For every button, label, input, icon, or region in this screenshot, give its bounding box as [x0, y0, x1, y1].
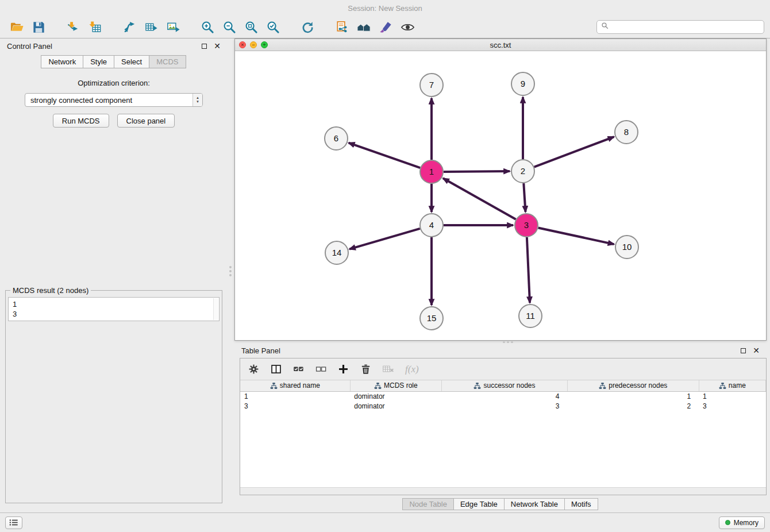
close-panel-icon[interactable]: ✕	[753, 346, 760, 354]
tab-style[interactable]: Style	[83, 55, 114, 68]
result-scrollbar[interactable]	[213, 298, 218, 320]
column-header-MCDS-role[interactable]: MCDS role	[350, 380, 441, 391]
graph-edge-2-3[interactable]	[523, 183, 525, 212]
control-panel-header: Control Panel ✕	[0, 38, 228, 53]
search-field[interactable]	[596, 20, 764, 34]
graph-edge-3-1[interactable]	[443, 178, 516, 219]
graph-edge-1-2[interactable]	[444, 171, 510, 172]
function-builder-icon[interactable]: f(x)	[403, 364, 421, 375]
column-type-icon	[473, 382, 481, 390]
graph-node-2[interactable]: 2	[511, 160, 534, 183]
zoom-fit-icon[interactable]	[240, 18, 262, 36]
splitter-handle-icon[interactable]	[229, 266, 232, 276]
optimization-select[interactable]: strongly connected component ▲▼	[25, 93, 203, 107]
control-panel: Control Panel ✕ NetworkStyleSelectMCDS O…	[0, 38, 228, 512]
network-graph[interactable]: 7968124314101511	[235, 51, 766, 340]
graph-edge-2-8[interactable]	[534, 137, 614, 167]
main-area: Control Panel ✕ NetworkStyleSelectMCDS O…	[0, 38, 770, 512]
status-menu-button[interactable]	[5, 516, 22, 529]
zoom-out-icon[interactable]	[218, 18, 240, 36]
search-input[interactable]	[611, 23, 760, 32]
tab-select[interactable]: Select	[114, 55, 149, 68]
table-row[interactable]: 3dominator323	[240, 401, 766, 411]
list-icon	[9, 519, 18, 526]
column-header-predecessor-nodes[interactable]: predecessor nodes	[567, 380, 699, 391]
graph-edge-4-14[interactable]	[349, 229, 420, 249]
panel-splitter[interactable]	[228, 38, 234, 512]
minimize-window-icon[interactable]: −	[250, 41, 257, 48]
graph-edge-3-11[interactable]	[527, 237, 530, 303]
graph-edge-1-6[interactable]	[349, 143, 421, 168]
save-session-icon[interactable]	[28, 18, 49, 36]
select-all-rows-icon[interactable]	[291, 362, 306, 377]
table-cell: 1	[699, 391, 765, 401]
float-panel-icon[interactable]	[741, 348, 746, 353]
home-icon[interactable]	[353, 18, 375, 36]
table-cell: 3	[442, 401, 568, 411]
run-mcds-button[interactable]: Run MCDS	[53, 114, 109, 128]
graph-node-9[interactable]: 9	[511, 72, 534, 95]
window-title: Session: New Session	[348, 4, 422, 13]
toolbar-group	[118, 18, 184, 36]
column-header-name[interactable]: name	[699, 380, 765, 391]
graph-edge-3-10[interactable]	[538, 228, 614, 245]
graph-node-label: 3	[524, 220, 529, 230]
table-settings-icon[interactable]	[246, 362, 261, 377]
column-visibility-icon[interactable]	[268, 362, 283, 377]
memory-button[interactable]: Memory	[719, 516, 765, 529]
table-toolbar: f(x)	[240, 358, 766, 380]
open-session-icon[interactable]	[6, 18, 28, 36]
delete-column-icon[interactable]	[358, 362, 373, 377]
export-network-icon[interactable]	[118, 18, 140, 36]
zoom-in-icon[interactable]	[197, 18, 218, 36]
graph-node-15[interactable]: 15	[420, 307, 443, 330]
show-graphics-icon[interactable]	[396, 18, 418, 36]
close-window-icon[interactable]: ×	[239, 41, 246, 48]
tab-network-table[interactable]: Network Table	[504, 498, 565, 510]
graph-node-11[interactable]: 11	[519, 304, 542, 327]
column-header-shared-name[interactable]: shared name	[240, 380, 350, 391]
export-image-icon[interactable]	[162, 18, 184, 36]
import-network-icon[interactable]	[62, 18, 84, 36]
graph-node-6[interactable]: 6	[325, 127, 348, 150]
refresh-icon[interactable]	[297, 18, 318, 36]
tab-network[interactable]: Network	[41, 55, 83, 68]
graph-node-4[interactable]: 4	[420, 214, 443, 237]
snapshot-icon[interactable]	[331, 18, 353, 36]
graph-node-14[interactable]: 14	[325, 241, 348, 264]
tab-node-table[interactable]: Node Table	[402, 498, 454, 510]
add-column-icon[interactable]	[336, 362, 351, 377]
graph-node-8[interactable]: 8	[615, 121, 638, 144]
deselect-all-rows-icon[interactable]	[313, 362, 328, 377]
graph-node-10[interactable]: 10	[615, 236, 638, 259]
graph-node-1[interactable]: 1	[420, 160, 443, 183]
graph-node-label: 4	[429, 220, 434, 230]
graph-node-label: 2	[521, 166, 525, 176]
graph-node-label: 10	[622, 242, 632, 252]
splitter-handle-icon[interactable]	[500, 341, 515, 343]
style-icon[interactable]	[375, 18, 396, 36]
graph-node-3[interactable]: 3	[515, 214, 538, 237]
column-type-icon	[374, 382, 382, 390]
delete-table-icon[interactable]	[380, 362, 395, 377]
tab-motifs[interactable]: Motifs	[564, 498, 598, 510]
mcds-result-list[interactable]: 13	[8, 297, 220, 321]
table-panel-header: Table Panel ✕	[234, 343, 767, 358]
horizontal-splitter[interactable]	[234, 341, 767, 343]
column-header-label: name	[729, 381, 746, 390]
table-scrollbar-track[interactable]	[240, 487, 766, 495]
tab-edge-table[interactable]: Edge Table	[453, 498, 505, 510]
tab-mcds[interactable]: MCDS	[149, 55, 186, 68]
column-type-icon	[719, 382, 726, 390]
float-panel-icon[interactable]	[202, 44, 207, 49]
table-row[interactable]: 1dominator411	[240, 391, 766, 401]
network-canvas[interactable]: 7968124314101511	[235, 51, 766, 340]
export-table-icon[interactable]	[140, 18, 162, 36]
zoom-selected-icon[interactable]	[262, 18, 284, 36]
zoom-window-icon[interactable]: +	[261, 41, 268, 48]
close-panel-button[interactable]: Close panel	[117, 114, 175, 128]
graph-node-7[interactable]: 7	[420, 74, 443, 97]
column-header-successor-nodes[interactable]: successor nodes	[442, 380, 568, 391]
import-table-icon[interactable]	[84, 18, 106, 36]
close-panel-icon[interactable]: ✕	[214, 42, 221, 50]
